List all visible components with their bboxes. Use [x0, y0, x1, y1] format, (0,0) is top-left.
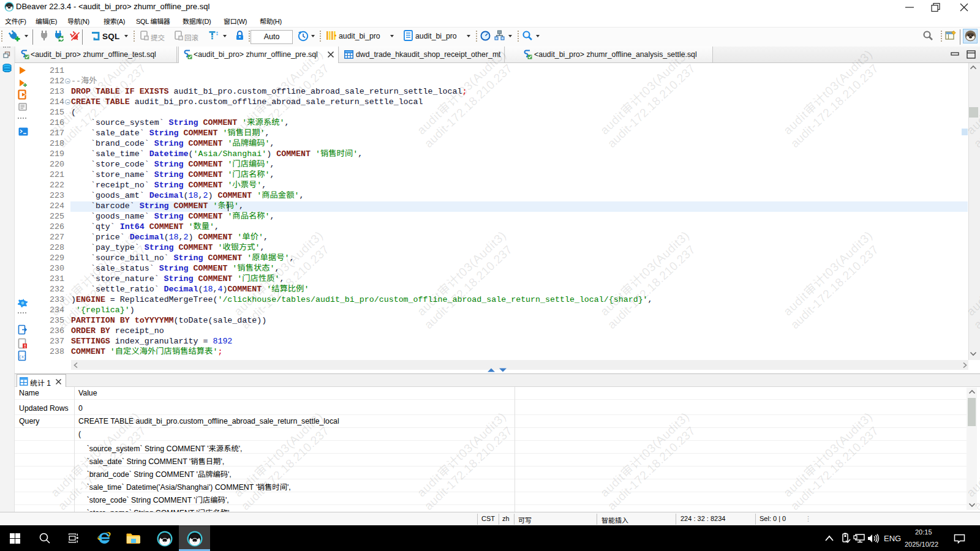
svg-text:(x): (x) — [19, 355, 26, 359]
